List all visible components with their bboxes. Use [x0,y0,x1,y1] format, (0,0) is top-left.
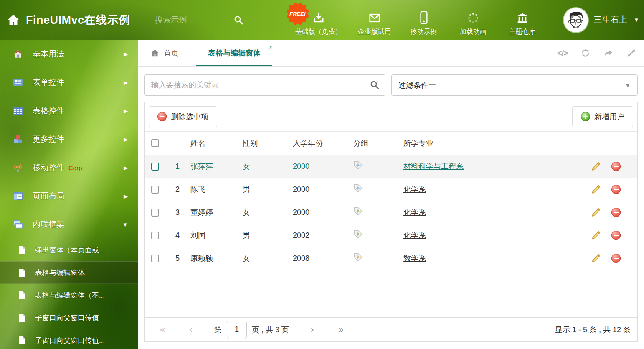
minus-icon [157,112,167,121]
delete-icon[interactable] [611,162,621,171]
major-link[interactable]: 化学系 [403,185,426,194]
free-badge: FREE! [286,2,310,26]
cell-year: 2002 [289,231,349,240]
table-empty-space [145,270,637,317]
add-button-label: 新增用户 [594,112,624,122]
nav-item-enterprise-trial[interactable]: 企业版试用 [350,3,399,36]
row-checkbox[interactable] [151,163,159,171]
view-source-icon[interactable]: </> [557,48,568,58]
major-link[interactable]: 化学系 [403,208,426,217]
delete-selected-button[interactable]: 删除选中项 [149,106,217,127]
table-row[interactable]: 1 张萍萍 女 2000 材料科学与工程系 [145,155,637,178]
table-icon [13,105,23,116]
select-all-checkbox[interactable] [151,139,159,147]
envelope-icon [368,10,381,24]
sidebar-item-form-controls[interactable]: 表单控件 ▶ [0,68,138,97]
home-icon [13,48,23,59]
keyword-search-input[interactable] [144,74,385,96]
header-nav: FREE! 基础版（免费） 企业 [287,3,547,36]
sidebar-subitem-grid-edit-window-2[interactable]: 表格与编辑窗体（不... [0,284,138,306]
page-number-input[interactable] [227,321,247,339]
sidebar-item-page-layout[interactable]: 页面布局 ▶ [0,182,138,210]
sidebar-subitem-child-to-parent[interactable]: 子窗口向父窗口传值 [0,306,138,329]
delete-icon[interactable] [611,231,621,240]
edit-icon[interactable] [591,185,601,194]
header-search-input[interactable] [155,15,228,25]
major-link[interactable]: 数学系 [403,254,426,262]
delete-icon[interactable] [611,208,621,217]
row-checkbox[interactable] [151,232,159,239]
add-user-button[interactable]: 新增用户 [572,106,633,127]
row-index: 1 [169,162,186,171]
nav-label: 基础版（免费） [295,28,342,36]
refresh-icon[interactable] [581,48,591,58]
delete-button-label: 删除选中项 [171,112,208,122]
edit-icon[interactable] [591,254,601,263]
nav-item-mobile-demo[interactable]: 移动示例 [399,3,449,36]
sidebar-subitem-grid-edit-window[interactable]: 表格与编辑窗体 [0,261,138,284]
col-year: 入学年份 [289,138,349,148]
row-checkbox[interactable] [151,255,159,262]
table-row[interactable]: 5 康颖颖 女 2008 数学系 [145,247,637,270]
cell-name: 陈飞 [186,184,238,194]
mobile-icon [419,10,428,24]
app-window: FineUIMvc在线示例 FREE! [0,0,644,349]
sidebar-item-mobile-controls[interactable]: 移动控件 Corp. ▶ [0,153,138,182]
page-last-button[interactable]: » [330,324,352,335]
nav-item-basic-edition[interactable]: FREE! 基础版（免费） [287,3,350,36]
cell-gender: 女 [238,253,289,263]
sidebar: 基本用法 ▶ 表单控件 ▶ 表格控件 ▶ [0,40,138,349]
row-index: 5 [169,254,186,263]
sidebar-item-more-controls[interactable]: 更多控件 ▶ [0,125,138,153]
col-group: 分组 [349,138,399,148]
corp-badge: Corp. [68,164,84,171]
row-checkbox[interactable] [151,186,159,194]
sidebar-subitem-popup-window[interactable]: 弹出窗体（本页面或... [0,239,138,261]
major-link[interactable]: 化学系 [403,231,426,239]
col-major: 所学专业 [399,138,588,148]
delete-icon[interactable] [611,254,621,263]
page-next-button[interactable]: › [301,324,324,335]
row-index: 4 [169,231,186,240]
table-row[interactable]: 2 陈飞 男 2000 化学系 [145,178,637,201]
edit-icon[interactable] [591,231,601,240]
user-menu[interactable]: 三生石上 ▼ [564,8,639,32]
edit-icon[interactable] [591,162,601,171]
delete-icon[interactable] [611,185,621,194]
tag-icon [353,229,363,239]
search-icon[interactable] [370,80,380,90]
users-table: 姓名 性别 入学年份 分组 所学专业 1 张萍萍 女 2000 材料科学与工程系 [145,131,637,270]
nav-item-loading-animation[interactable]: 加载动画 [449,3,498,36]
row-checkbox[interactable] [151,209,159,217]
page-prev-button[interactable]: ‹ [180,324,202,335]
filter-dropdown[interactable]: 过滤条件一 ▼ [391,74,638,96]
chevron-right-icon: ▶ [124,51,128,57]
sidebar-subitem-child-to-parent-2[interactable]: 子窗口向父窗口传值... [0,329,138,349]
sidebar-subitem-label: 子窗口向父窗口传值 [35,313,99,323]
tab-home[interactable]: 首页 [150,40,179,66]
tab-close-icon[interactable]: ✕ [268,44,273,51]
page-icon [18,313,26,322]
expand-icon[interactable] [626,48,636,58]
page-icon [18,246,26,255]
page-first-button[interactable]: « [151,324,174,335]
brand[interactable]: FineUIMvc在线示例 [0,13,130,28]
sidebar-item-basic-usage[interactable]: 基本用法 ▶ [0,40,138,68]
table-row[interactable]: 4 刘国 男 2002 化学系 [145,224,637,247]
sidebar-item-inline-frame[interactable]: 内联框架 ▼ [0,210,138,239]
share-icon[interactable] [603,48,614,58]
header-search [155,15,251,25]
sidebar-item-grid-controls[interactable]: 表格控件 ▶ [0,97,138,125]
nav-label: 加载动画 [460,28,487,36]
grid-toolbar: 删除选中项 新增用户 [145,102,637,131]
major-link[interactable]: 材料科学与工程系 [403,162,464,171]
keyword-search [144,74,385,96]
chevron-down-icon: ▼ [122,222,128,228]
table-row[interactable]: 3 董婷婷 女 2000 化学系 [145,201,637,224]
tab-grid-edit-window[interactable]: 表格与编辑窗体 ✕ [202,40,266,66]
edit-icon[interactable] [591,208,601,217]
nav-item-theme-repo[interactable]: 主题仓库 [498,3,547,36]
chevron-right-icon: ▶ [124,79,128,86]
sidebar-subitem-label: 弹出窗体（本页面或... [35,245,105,255]
search-icon[interactable] [233,15,243,25]
